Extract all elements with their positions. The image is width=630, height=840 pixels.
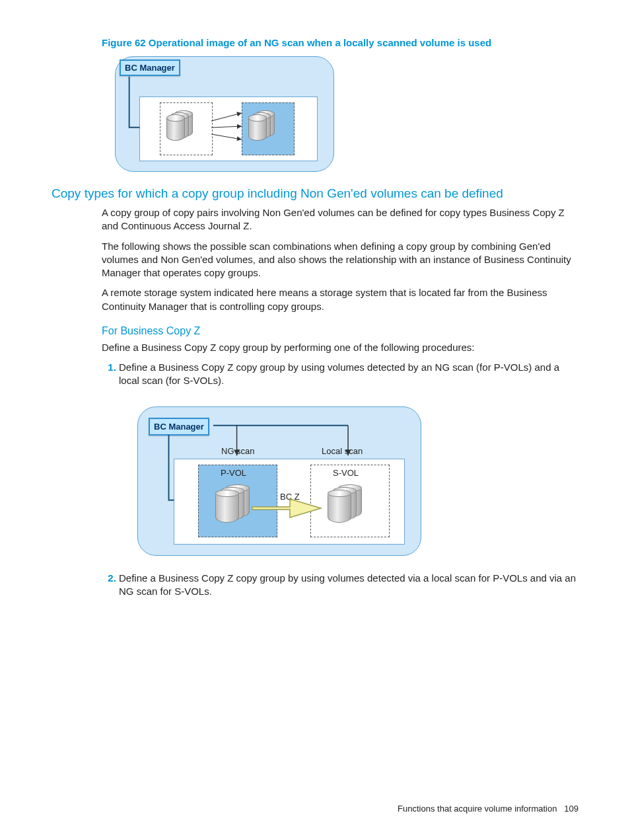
subsection-heading: For Business Copy Z (102, 325, 578, 337)
list-item-text: Define a Business Copy Z copy group by u… (119, 362, 559, 386)
ng-scan-label: NG scan (221, 445, 255, 457)
svg-line-0 (211, 113, 242, 121)
figure-62-diagram: BC Manager (115, 56, 334, 172)
page-footer: Functions that acquire volume informatio… (398, 804, 578, 814)
body-text: A copy group of copy pairs involving Non… (102, 206, 578, 233)
bc-manager-badge: BC Manager (120, 59, 180, 76)
body-text: The following shows the possible scan co… (102, 240, 578, 280)
storage-system-box (139, 96, 318, 161)
storage-system-box: P-VOL S-VOL (174, 459, 405, 545)
svol-label: S-VOL (333, 467, 359, 479)
local-scan-label: Local scan (322, 445, 363, 457)
svg-line-1 (211, 126, 242, 128)
footer-section: Functions that acquire volume informatio… (398, 804, 557, 814)
procedure-list: Define a Business Copy Z copy group by u… (102, 361, 578, 598)
bcz-step1-diagram: BC Manager P-VOL S-VOL (137, 406, 421, 556)
list-item-text: Define a Business Copy Z copy group by u… (119, 572, 576, 597)
svg-line-2 (211, 134, 242, 139)
bc-z-label: BC Z (280, 491, 300, 503)
list-item: Define a Business Copy Z copy group by u… (119, 361, 578, 556)
body-text: Define a Business Copy Z copy group by p… (102, 341, 578, 354)
body-text: A remote storage system indicated here m… (102, 286, 578, 313)
pvol-label: P-VOL (221, 467, 246, 479)
footer-page-number: 109 (564, 804, 578, 814)
list-item: Define a Business Copy Z copy group by u… (119, 572, 578, 599)
section-heading: Copy types for which a copy group includ… (52, 186, 578, 201)
figure-caption: Figure 62 Operational image of an NG sca… (102, 37, 578, 48)
bc-manager-badge: BC Manager (149, 418, 209, 436)
